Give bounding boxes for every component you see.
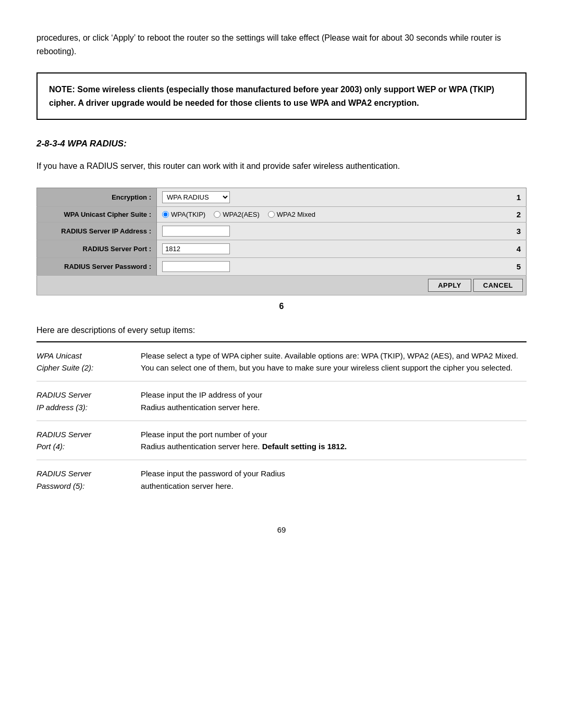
desc-term-cipher-1: WPA Unicast	[36, 351, 82, 360]
desc-row-ip: RADIUS Server IP address (3): Please inp…	[36, 381, 527, 421]
desc-term-ip: RADIUS Server IP address (3):	[36, 381, 141, 421]
desc-section: Here are descriptions of every setup ite…	[36, 326, 527, 499]
desc-term-cipher-2: Cipher Suite (2):	[36, 363, 93, 372]
cipher-row: WPA Unicast Cipher Suite : WPA(TKIP) WPA…	[37, 206, 527, 222]
desc-intro: Here are descriptions of every setup ite…	[36, 326, 527, 335]
cipher-option-mixed[interactable]: WPA2 Mixed	[268, 211, 315, 218]
encryption-label: Encryption :	[37, 188, 157, 206]
encryption-value-cell: WPA RADIUS	[157, 188, 511, 206]
note-box: NOTE: Some wireless clients (especially …	[36, 72, 527, 120]
desc-term-port: RADIUS Server Port (4):	[36, 421, 141, 460]
desc-def-cipher: Please select a type of WPA cipher suite…	[141, 342, 527, 381]
cipher-num: 2	[511, 206, 527, 222]
cipher-option-aes[interactable]: WPA2(AES)	[214, 211, 260, 218]
encryption-row: Encryption : WPA RADIUS 1	[37, 188, 527, 206]
radius-ip-value-cell	[157, 222, 511, 240]
num-6: 6	[36, 300, 527, 311]
radius-ip-label: RADIUS Server IP Address :	[37, 222, 157, 240]
cipher-radio-tkip[interactable]	[162, 211, 169, 218]
radius-ip-num: 3	[511, 222, 527, 240]
cipher-option-tkip[interactable]: WPA(TKIP)	[162, 211, 205, 218]
cipher-radio-mixed[interactable]	[268, 211, 275, 218]
button-row: APPLY CANCEL	[37, 275, 527, 295]
radius-pw-num: 5	[511, 257, 527, 275]
desc-def-port-bold: Default setting is 1812.	[262, 442, 347, 451]
cipher-value-cell: WPA(TKIP) WPA2(AES) WPA2 Mixed	[157, 206, 511, 222]
radius-port-num: 4	[511, 240, 527, 257]
radius-ip-input[interactable]	[162, 226, 230, 237]
radius-pw-input[interactable]	[162, 261, 230, 272]
cipher-label-aes: WPA2(AES)	[223, 211, 260, 218]
radius-pw-row: RADIUS Server Password : 5	[37, 257, 527, 275]
desc-row-pw: RADIUS Server Password (5): Please input…	[36, 460, 527, 499]
radius-pw-value-cell	[157, 257, 511, 275]
button-label-spacer	[37, 275, 157, 295]
desc-table: WPA Unicast Cipher Suite (2): Please sel…	[36, 342, 527, 499]
desc-term-pw-2: Password (5):	[36, 482, 85, 490]
radius-port-input[interactable]	[162, 243, 230, 254]
encryption-num: 1	[511, 188, 527, 206]
cipher-radio-aes[interactable]	[214, 211, 221, 218]
desc-def-pw: Please input the password of your Radius…	[141, 460, 527, 499]
desc-row-port: RADIUS Server Port (4): Please input the…	[36, 421, 527, 460]
desc-term-ip-1: RADIUS Server	[36, 390, 91, 399]
desc-term-port-2: Port (4):	[36, 442, 65, 451]
config-table: Encryption : WPA RADIUS 1 WPA Unicast Ci…	[36, 188, 527, 295]
radius-ip-row: RADIUS Server IP Address : 3	[37, 222, 527, 240]
desc-term-port-1: RADIUS Server	[36, 430, 91, 439]
desc-def-ip: Please input the IP address of your Radi…	[141, 381, 527, 421]
intro-text: procedures, or click ‘Apply’ to reboot t…	[36, 31, 527, 58]
cipher-options: WPA(TKIP) WPA2(AES) WPA2 Mixed	[162, 211, 506, 218]
apply-button[interactable]: APPLY	[428, 279, 471, 292]
cipher-label-tkip: WPA(TKIP)	[171, 211, 205, 218]
radius-port-row: RADIUS Server Port : 4	[37, 240, 527, 257]
cipher-label: WPA Unicast Cipher Suite :	[37, 206, 157, 222]
cancel-button[interactable]: CANCEL	[473, 279, 523, 292]
desc-term-pw-1: RADIUS Server	[36, 469, 91, 478]
desc-row-cipher: WPA Unicast Cipher Suite (2): Please sel…	[36, 342, 527, 381]
page-number: 69	[36, 525, 527, 534]
encryption-select[interactable]: WPA RADIUS	[162, 191, 230, 203]
note-text: NOTE: Some wireless clients (especially …	[49, 83, 514, 109]
radius-port-value-cell	[157, 240, 511, 257]
button-cell: APPLY CANCEL	[157, 275, 527, 295]
desc-term-pw: RADIUS Server Password (5):	[36, 460, 141, 499]
desc-def-port: Please input the port number of your Rad…	[141, 421, 527, 460]
section-heading: 2-8-3-4 WPA RADIUS:	[36, 139, 527, 149]
cipher-label-mixed: WPA2 Mixed	[277, 211, 315, 218]
section-desc: If you have a RADIUS server, this router…	[36, 159, 527, 173]
radius-pw-label: RADIUS Server Password :	[37, 257, 157, 275]
desc-term-cipher: WPA Unicast Cipher Suite (2):	[36, 342, 141, 381]
radius-port-label: RADIUS Server Port :	[37, 240, 157, 257]
desc-term-ip-2: IP address (3):	[36, 403, 88, 412]
